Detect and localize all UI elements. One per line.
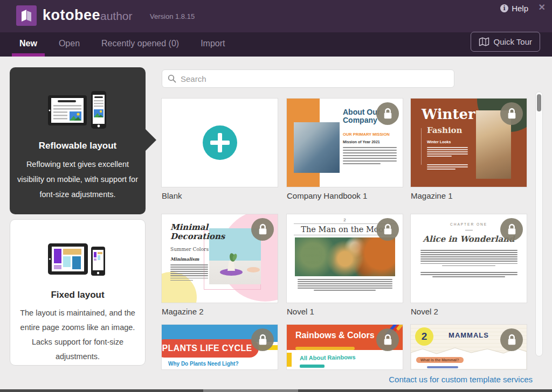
yellow-strip (287, 353, 292, 367)
lock-icon (383, 334, 393, 346)
kotobee-logo-icon (16, 5, 37, 26)
template-label: Blank (162, 191, 278, 200)
reflowable-description: Reflowing text gives excellent visibilit… (16, 157, 139, 202)
template-novel-2-thumb[interactable]: CHAPTER ONE Alice in Wonderland (411, 214, 527, 303)
template-cell-magazine-2: Minimal Decorations Summer Colors Minima… (162, 214, 278, 316)
lock-icon (507, 108, 517, 120)
lock-badge (376, 102, 399, 125)
search-icon (168, 74, 176, 83)
tab-open[interactable]: Open (59, 32, 80, 57)
thumb-title: PLANTS LIFE CYCLE (162, 344, 252, 353)
lock-icon (258, 334, 268, 346)
thumb-subtitle: Fashion (427, 125, 463, 135)
fixed-title: Fixed layout (10, 290, 145, 300)
thumb-kicker: OUR PRIMARY MISSION (343, 132, 390, 137)
search-box (162, 69, 454, 88)
lock-badge (376, 218, 399, 241)
template-cell-novel-2: CHAPTER ONE Alice in Wonderland Novel 2 (411, 214, 527, 316)
template-company-handbook-thumb[interactable]: About Our Company OUR PRIMARY MISSION Mi… (287, 99, 403, 187)
thumb-title: Rainbows & Colors (295, 331, 375, 340)
scrollbar-thumb[interactable] (537, 94, 541, 111)
header-bar: kotobee author Version 1.8.15 i Help ✕ (0, 0, 552, 32)
lock-icon (507, 334, 517, 346)
thumb-heading: Why Do Plants Need Light? (168, 361, 239, 367)
template-cell-magazine-1: Winter Fashion Winter Looks Magazine 1 (411, 99, 527, 200)
lock-icon (258, 223, 268, 235)
reflowable-layout-card[interactable]: Reflowable layout Reflowing text gives e… (10, 67, 146, 214)
map-icon (479, 37, 489, 46)
version-label: Version 1.8.15 (150, 12, 195, 20)
lock-badge (251, 328, 274, 351)
yellow-underline (295, 347, 355, 350)
template-novel-1-thumb[interactable]: 2 The Man on the Moon (287, 214, 403, 303)
lock-badge (500, 102, 523, 125)
template-plants-thumb[interactable]: PLANTS LIFE CYCLE Why Do Plants Need Lig… (162, 325, 278, 369)
template-magazine-2-thumb[interactable]: Minimal Decorations Summer Colors Minima… (162, 214, 278, 303)
peach-disc (247, 267, 260, 272)
thumb-title: Minimal Decorations (170, 223, 232, 241)
tab-import[interactable]: Import (201, 32, 225, 57)
template-label: Novel 2 (411, 307, 527, 316)
text-lines-placeholder (427, 147, 468, 158)
scrollbar-track[interactable] (535, 92, 543, 356)
tab-bar: New Open Recently opened (0) Import Quic… (0, 32, 552, 57)
info-icon: i (500, 4, 508, 12)
kotobee-author-window: kotobee author Version 1.8.15 i Help ✕ N… (0, 0, 552, 392)
quick-tour-button[interactable]: Quick Tour (471, 32, 540, 52)
book-icon (19, 9, 33, 23)
thumb-heading: All About Rainbows (300, 354, 356, 361)
thumb-heading: Mission of Year 2021 (343, 140, 380, 144)
text-line-placeholder (427, 366, 458, 368)
rule-decoration (421, 128, 422, 165)
template-label: Magazine 1 (411, 191, 527, 200)
fixed-devices-icon (48, 240, 107, 281)
quick-tour-label: Quick Tour (494, 37, 532, 46)
contact-us-link[interactable]: Contact us for custom template services (389, 375, 533, 384)
dash-decoration (465, 230, 473, 230)
fixed-description: The layout is maintained, and the entire… (16, 306, 139, 364)
thumb-heading: Winter Looks (427, 140, 451, 144)
template-blank-thumb[interactable] (162, 99, 278, 187)
text-lines-placeholder (420, 250, 518, 266)
template-cell-blank: Blank (162, 99, 278, 200)
lock-icon (507, 223, 517, 235)
help-button[interactable]: i Help (500, 2, 528, 14)
text-lines-placeholder (170, 264, 208, 282)
tab-new[interactable]: New (19, 32, 37, 57)
template-cell-rainbows: Rainbows & Colors All About Rainbows (287, 325, 403, 369)
close-icon[interactable]: ✕ (539, 2, 546, 12)
reflowable-title: Reflowable layout (10, 141, 146, 151)
brand-suffix: author (100, 10, 133, 23)
brand-name: kotobee (43, 7, 100, 24)
fixed-layout-card[interactable]: Fixed layout The layout is maintained, a… (10, 219, 146, 366)
text-lines-placeholder (420, 272, 518, 277)
text-lines-placeholder (427, 164, 468, 171)
search-input[interactable] (181, 74, 448, 83)
plus-icon (203, 125, 237, 160)
bottom-edge-bar-segment (203, 389, 298, 392)
text-lines-placeholder (298, 279, 392, 291)
illustration (295, 237, 395, 276)
title-banner: PLANTS LIFE CYCLE (162, 339, 259, 358)
lock-badge (500, 328, 523, 351)
template-rainbows-thumb[interactable]: Rainbows & Colors All About Rainbows (287, 325, 403, 369)
template-magazine-1-thumb[interactable]: Winter Fashion Winter Looks (411, 99, 527, 187)
thumb-subtitle: Summer Colors (170, 247, 209, 252)
thumb-title: Winter (422, 106, 475, 122)
lock-badge (500, 218, 523, 241)
template-cell-plants: PLANTS LIFE CYCLE Why Do Plants Need Lig… (162, 325, 278, 369)
template-mammals-thumb[interactable]: 2 MAMMALS What is the Mammal? (411, 325, 527, 369)
reflowable-devices-icon (48, 91, 107, 132)
template-label: Novel 1 (287, 307, 403, 316)
lock-badge (251, 218, 274, 241)
template-cell-novel-1: 2 The Man on the Moon Novel 1 (287, 214, 403, 316)
template-cell-mammals: 2 MAMMALS What is the Mammal? (411, 325, 527, 369)
tab-recently-opened[interactable]: Recently opened (0) (101, 32, 179, 57)
text-lines-placeholder (343, 147, 397, 166)
tabs: New Open Recently opened (0) Import (19, 32, 225, 57)
lock-icon (383, 223, 393, 235)
template-cell-company-handbook-1: About Our Company OUR PRIMARY MISSION Mi… (287, 99, 403, 200)
lock-badge (376, 328, 399, 351)
template-label: Company Handbook 1 (287, 191, 403, 200)
vase-shape (227, 261, 235, 271)
